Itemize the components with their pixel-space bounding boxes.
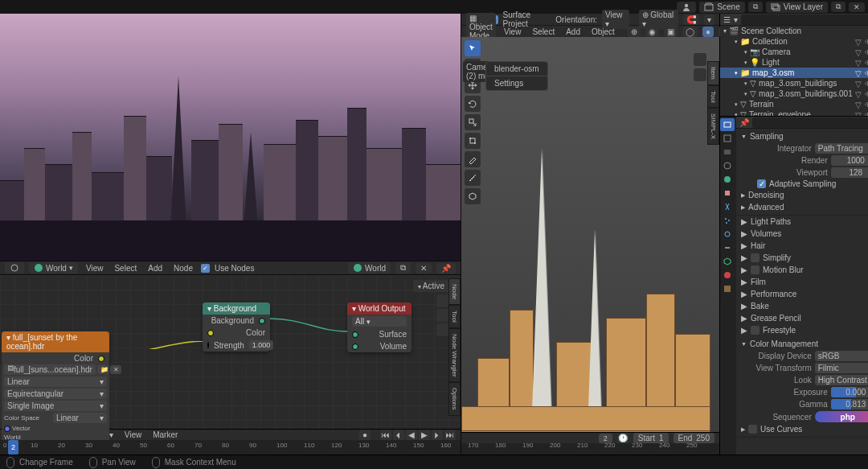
timeline-menu-marker[interactable]: Marker [149, 430, 181, 439]
gamma-field[interactable]: 0.813 [831, 399, 868, 409]
properties-tab-constraints[interactable] [720, 241, 735, 254]
properties-tab-viewlayer[interactable] [720, 146, 735, 158]
display-device-dropdown[interactable]: sRGB▾ [815, 351, 868, 361]
interpolation-dropdown[interactable]: Linear▾ [4, 376, 107, 387]
tool-measure[interactable] [465, 170, 481, 186]
viewport-tab-smplx[interactable]: SIMPL-X [707, 108, 719, 145]
properties-tab-material[interactable] [720, 269, 735, 282]
overlay-button[interactable]: ◉ [645, 27, 659, 37]
freestyle-checkbox[interactable] [751, 326, 760, 335]
context-menu-item[interactable]: Settings [486, 76, 547, 90]
properties-tab-modifiers[interactable] [720, 200, 735, 213]
shader-tab-nodewrangler[interactable]: Node Wrangler [448, 328, 461, 383]
properties-tab-particles[interactable] [720, 214, 735, 227]
adaptive-sampling-checkbox[interactable]: ✓ [757, 179, 766, 188]
outliner-row[interactable]: ▾▽Terrain_envelope▽👁📷 [720, 109, 868, 116]
snap-button[interactable]: 🧲 [683, 14, 699, 25]
world-new-button[interactable]: ⧉ [395, 262, 411, 274]
playhead[interactable]: 2 [8, 440, 18, 455]
simplify-checkbox[interactable] [751, 253, 760, 262]
keyframe-prev-button[interactable]: ⏴ [393, 430, 404, 441]
properties-tab-physics[interactable] [720, 228, 735, 241]
tool-scale[interactable] [465, 114, 481, 130]
current-frame-field[interactable]: 2 [599, 434, 612, 443]
tool-select[interactable] [465, 40, 481, 56]
shader-tab-options[interactable]: Options [448, 382, 461, 416]
tool-annotate[interactable] [465, 151, 481, 167]
node-environment-texture[interactable]: ▾ full_[sunset by the ocean].hdr Color [2, 331, 109, 364]
outliner-row[interactable]: ▾▽Terrain▽👁📷 [720, 99, 868, 109]
scene-selector[interactable]: Scene [699, 2, 744, 13]
section-hair[interactable]: ▶Hair [736, 240, 868, 252]
shader-menu-select[interactable]: Select [111, 264, 140, 273]
tool-addcube[interactable] [465, 188, 481, 204]
shading-solid-button[interactable]: ● [702, 27, 714, 37]
section-sampling[interactable]: ▼Sampling☰ [741, 130, 868, 142]
xray-button[interactable]: ▣ [664, 27, 678, 37]
section-freestyle[interactable]: ▶Freestyle [736, 324, 868, 336]
end-frame-field[interactable]: End 250 [674, 433, 715, 443]
node-palette-button[interactable] [436, 294, 449, 307]
viewport-menu-object[interactable]: Object [588, 27, 618, 36]
tool-transform[interactable] [465, 133, 481, 149]
properties-tab-scene[interactable] [720, 159, 735, 172]
socket-strength-in[interactable] [207, 342, 209, 348]
section-motionblur[interactable]: ▶Motion Blur [736, 264, 868, 276]
new-scene-button[interactable]: ⧉ [748, 2, 763, 12]
gizmo-button[interactable]: ⊕ [628, 27, 641, 37]
properties-tab-render[interactable] [720, 118, 735, 131]
socket-vector-in[interactable] [4, 426, 10, 432]
viewport-menu-add[interactable]: Add [563, 27, 583, 36]
viewport-tab-item[interactable]: Item [707, 61, 719, 85]
jump-start-button[interactable]: ⏮ [380, 430, 391, 441]
socket-surface-in[interactable] [352, 331, 358, 338]
socket-color-in[interactable] [207, 330, 214, 336]
outliner-row[interactable]: ▾📁Collection▽👁📷 [720, 36, 868, 47]
properties-tab-output[interactable] [720, 132, 735, 145]
pin-button[interactable]: 📌 [436, 263, 456, 274]
section-colormanagement[interactable]: ▼Color Management [741, 338, 868, 350]
section-film[interactable]: ▶Film [736, 276, 868, 288]
viewport-menu-select[interactable]: Select [529, 27, 558, 36]
context-menu-item[interactable]: blender-osm [486, 62, 547, 76]
section-usecurves[interactable]: ▶Use Curves [741, 423, 868, 435]
node-header[interactable]: ▾ full_[sunset by the ocean].hdr [2, 331, 109, 352]
image-browse-button[interactable]: 📁 [97, 365, 108, 374]
autokey-button[interactable]: ● [359, 430, 371, 441]
view-perspective-button[interactable] [694, 68, 706, 81]
section-grease[interactable]: ▶Grease Pencil [736, 312, 868, 324]
preview-range-button[interactable]: 🕐 [617, 433, 628, 444]
projection-dropdown[interactable]: Equirectangular▾ [4, 389, 107, 399]
timeline-track[interactable]: 2 [0, 440, 461, 455]
view-camera-button[interactable] [694, 53, 706, 66]
world-unlink-button[interactable]: ✕ [416, 263, 432, 274]
shader-menu-add[interactable]: Add [145, 264, 166, 273]
target-dropdown[interactable]: All ▾ [352, 316, 407, 327]
timeline-menu-view[interactable]: View [121, 430, 145, 439]
outliner-row[interactable]: ▾▽map_3.osm_buildings▽👁📷 [720, 78, 868, 88]
keyframe-next-button[interactable]: ⏵ [432, 430, 443, 441]
image-file-field[interactable]: 🖼 full_[suns...ocean].hdr [4, 364, 96, 375]
outliner-row[interactable]: ▾📷Camera▽👁📷 [720, 47, 868, 57]
usecurves-checkbox[interactable] [748, 425, 757, 434]
node-header[interactable]: ▾ Background [203, 302, 270, 315]
section-volumes[interactable]: ▶Volumes [736, 228, 868, 240]
section-denoising[interactable]: ▶Denoising [741, 189, 868, 201]
node-background[interactable]: ▾ Background Background Color Strength1.… [203, 302, 270, 352]
new-viewlayer-button[interactable]: ⧉ [831, 2, 845, 12]
outliner-display-mode[interactable]: ▾ [734, 15, 738, 24]
view-transform-dropdown[interactable]: Filmic▾ [815, 363, 868, 373]
node-palette-button[interactable] [436, 323, 449, 336]
properties-tab-world[interactable] [720, 173, 735, 186]
properties-tab-texture[interactable] [720, 282, 735, 295]
start-frame-field[interactable]: Start 1 [633, 433, 669, 443]
source-dropdown[interactable]: Single Image▾ [4, 401, 107, 411]
viewport-tab-tool[interactable]: Tool [707, 85, 719, 109]
snap-options-dropdown[interactable]: ▾ [704, 14, 714, 25]
shader-tab-node[interactable]: Node [448, 278, 461, 305]
rendered-viewport[interactable] [0, 14, 461, 261]
outliner-row[interactable]: ▾💡Light▽👁📷 [720, 57, 868, 68]
section-performance[interactable]: ▶Performance [736, 288, 868, 300]
world-datablock[interactable]: World [348, 262, 391, 274]
properties-search[interactable] [752, 117, 868, 128]
